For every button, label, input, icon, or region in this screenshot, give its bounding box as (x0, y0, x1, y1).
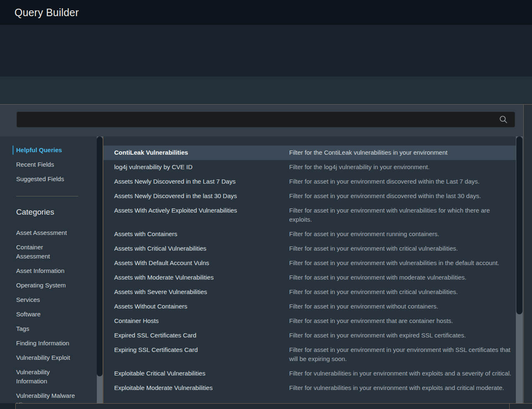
sidebar-item-label: Recent Fields (16, 161, 54, 168)
query-row[interactable]: Expired SSL Certificates CardFilter for … (103, 328, 516, 343)
query-row[interactable]: Assets Newly Discovered in the last 30 D… (103, 189, 516, 203)
query-row[interactable]: Assets With Default Account VulnsFilter … (103, 256, 516, 270)
category-item-services[interactable]: Services (0, 295, 85, 304)
query-list: ContiLeak VulnerabilitiesFilter for the … (103, 136, 516, 403)
sidebar-item-suggested-fields[interactable]: Suggested Fields (0, 175, 97, 184)
category-item-vulnerability-information[interactable]: Vulnerability Information (0, 368, 85, 386)
horizontal-scrollbar-border (16, 403, 532, 404)
query-row[interactable]: ContiLeak VulnerabilitiesFilter for the … (103, 146, 516, 160)
sidebar-item-recent-fields[interactable]: Recent Fields (0, 160, 97, 169)
search-icon[interactable] (499, 115, 508, 124)
sidebar-divider (16, 196, 78, 196)
category-item-container-assessment[interactable]: Container Assessment (0, 243, 85, 261)
query-name: Expired SSL Certificates Card (114, 331, 289, 340)
query-description: Filter for asset in your environment wit… (289, 258, 512, 268)
query-builder-page: Query Builder Helpful QueriesRecent Fiel… (0, 0, 532, 409)
query-description: Filter for asset in your environment dis… (289, 191, 512, 201)
query-description: Filter for asset in your environment wit… (289, 331, 512, 340)
query-description: Filter for asset in your environment in … (289, 345, 512, 364)
app-header: Query Builder (0, 0, 532, 25)
right-gutter (523, 105, 532, 403)
query-row[interactable]: Assets Without ContainersFilter for asse… (103, 299, 516, 314)
active-indicator (12, 146, 14, 155)
query-description: Filter for asset in your environment tha… (289, 316, 512, 325)
query-description: Filter for vulnerabilities in your envir… (289, 369, 512, 378)
content-area: Helpful QueriesRecent FieldsSuggested Fi… (0, 136, 523, 403)
query-description: Filter for the log4j vulnerability in yo… (289, 163, 512, 172)
query-description: Filter for asset in your environment wit… (289, 302, 512, 311)
search-section (0, 105, 523, 136)
query-name: Assets with Critical Vulnerabilities (114, 244, 289, 253)
query-description: Filter for the ContiLeak vulnerabilities… (289, 148, 512, 157)
query-name: Assets With Default Account Vulns (114, 258, 289, 268)
query-name: ContiLeak Vulnerabilities (114, 148, 289, 157)
list-scrollbar-track[interactable] (516, 136, 523, 403)
query-name: Assets Without Containers (114, 302, 289, 311)
query-name: Assets with Severe Vulnerabilities (114, 287, 289, 297)
query-description: Filter for asset in your environment wit… (289, 244, 512, 253)
query-description: Filter for asset in your environment run… (289, 230, 512, 239)
categories-heading: Categories (0, 207, 97, 218)
query-description: Filter for vulnerabilities in your envir… (289, 383, 512, 392)
sidebar-scrollbar-track[interactable] (97, 136, 103, 403)
query-name: Exploitable Critical Vulnerabilities (114, 369, 289, 378)
query-name: Assets Newly Discovered in the Last 7 Da… (114, 177, 289, 186)
query-row[interactable]: Container HostsFilter for asset in your … (103, 314, 516, 328)
sidebar-item-label: Helpful Queries (16, 146, 62, 153)
query-row[interactable]: log4j vulnerability by CVE IDFilter for … (103, 160, 516, 175)
sidebar-nav: Helpful QueriesRecent FieldsSuggested Fi… (0, 146, 97, 184)
sidebar-categories: Asset AssessmentContainer AssessmentAsse… (0, 228, 97, 403)
category-item-software[interactable]: Software (0, 310, 85, 319)
query-row[interactable]: Exploitable Moderate VulnerabilitiesFilt… (103, 381, 516, 395)
query-row[interactable]: Assets Newly Discovered in the Last 7 Da… (103, 175, 516, 189)
sidebar-scrollbar-thumb[interactable] (97, 136, 103, 376)
category-item-vulnerability-malware-kits[interactable]: Vulnerability Malware Kits (0, 391, 85, 403)
query-name: Container Hosts (114, 316, 289, 325)
query-name: log4j vulnerability by CVE ID (114, 163, 289, 172)
category-item-tags[interactable]: Tags (0, 324, 85, 333)
page-title: Query Builder (14, 0, 79, 25)
list-scrollbar-thumb[interactable] (516, 136, 522, 314)
query-name: Expiring SSL Certificates Card (114, 345, 289, 364)
query-name: Assets with Moderate Vulnerabilities (114, 273, 289, 282)
query-row[interactable]: Assets with Critical VulnerabilitiesFilt… (103, 242, 516, 256)
query-name: Assets With Actively Exploited Vulnerabi… (114, 206, 289, 224)
query-name: Assets with Containers (114, 230, 289, 239)
query-description: Filter for asset in your environment wit… (289, 273, 512, 282)
query-row[interactable]: Assets with ContainersFilter for asset i… (103, 227, 516, 242)
query-name: Exploitable Moderate Vulnerabilities (114, 383, 289, 392)
query-row[interactable]: Assets with Severe VulnerabilitiesFilter… (103, 285, 516, 299)
scrollbar-corner-left (0, 403, 16, 409)
query-row[interactable]: Exploitable Critical VulnerabilitiesFilt… (103, 366, 516, 381)
category-item-asset-information[interactable]: Asset Information (0, 266, 85, 275)
query-description: Filter for asset in your environment dis… (289, 177, 512, 186)
query-row[interactable]: Expiring SSL Certificates CardFilter for… (103, 343, 516, 366)
category-item-finding-information[interactable]: Finding Information (0, 339, 85, 348)
horizontal-scrollbar[interactable] (0, 403, 532, 409)
query-row[interactable]: Assets With Actively Exploited Vulnerabi… (103, 203, 516, 227)
query-description: Filter for asset in your environment wit… (289, 287, 512, 297)
query-row[interactable]: Assets with Moderate VulnerabilitiesFilt… (103, 270, 516, 285)
toolbar-band (0, 77, 532, 104)
search-input[interactable] (17, 112, 515, 127)
query-name: Assets Newly Discovered in the last 30 D… (114, 191, 289, 201)
category-item-asset-assessment[interactable]: Asset Assessment (0, 228, 85, 237)
sidebar-item-helpful-queries[interactable]: Helpful Queries (0, 146, 97, 155)
category-item-vulnerability-exploit[interactable]: Vulnerability Exploit (0, 353, 85, 362)
query-description: Filter for asset in your environment wit… (289, 206, 512, 224)
sidebar-item-label: Suggested Fields (16, 175, 64, 182)
scrollbar-corner-divider (509, 404, 510, 409)
sidebar: Helpful QueriesRecent FieldsSuggested Fi… (0, 136, 97, 403)
hero-band (0, 25, 532, 77)
category-item-operating-system[interactable]: Operating System (0, 281, 85, 290)
